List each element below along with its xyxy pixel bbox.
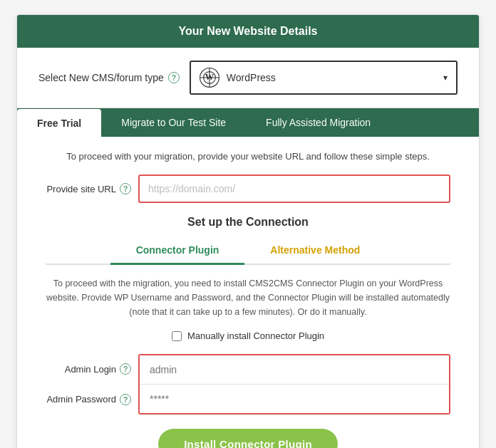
cms-help-icon[interactable]: ?: [168, 72, 180, 83]
credentials-wrapper: Admin Login ? Admin Password ?: [46, 354, 450, 415]
cms-select-label: Select New CMS/forum type ?: [38, 72, 180, 83]
wordpress-logo-icon: W: [200, 68, 219, 88]
admin-login-label: Admin Login ?: [46, 354, 138, 385]
site-url-row: Provide site URL ?: [46, 174, 450, 203]
tab-migrate-test[interactable]: Migrate to Our Test Site: [101, 108, 246, 137]
credentials-inputs: [138, 354, 450, 415]
tab-fully-assisted[interactable]: Fully Assisted Migration: [246, 108, 391, 137]
connection-title: Set up the Connection: [46, 216, 450, 229]
manually-install-checkbox[interactable]: [172, 331, 182, 341]
header-title: Your New Website Details: [178, 25, 317, 37]
site-url-help-icon[interactable]: ?: [120, 183, 131, 194]
instruction-text: To proceed with your migration, provide …: [46, 151, 450, 162]
sub-tab-alternative[interactable]: Alternative Method: [244, 237, 386, 265]
admin-password-help-icon[interactable]: ?: [120, 394, 131, 405]
cms-select-row: Select New CMS/forum type ? W WordPress …: [17, 48, 479, 108]
sub-tab-connector[interactable]: Connector Plugin: [110, 237, 245, 265]
svg-text:W: W: [205, 72, 215, 82]
admin-login-input[interactable]: [140, 355, 449, 385]
tab-free-trial[interactable]: Free Trial: [17, 109, 101, 137]
main-container: Your New Website Details Select New CMS/…: [16, 14, 480, 448]
main-content: To proceed with your migration, provide …: [17, 137, 479, 448]
admin-login-help-icon[interactable]: ?: [120, 363, 131, 375]
credentials-labels: Admin Login ? Admin Password ?: [46, 354, 138, 415]
cms-selected-name: WordPress: [227, 72, 276, 83]
sub-tabs: Connector Plugin Alternative Method: [46, 237, 450, 265]
chevron-down-icon: ▾: [443, 73, 448, 83]
install-connector-button[interactable]: Install Connector Plugin: [158, 429, 338, 448]
page-header: Your New Website Details: [17, 15, 479, 48]
manually-install-label[interactable]: Manually install Connector Plugin: [187, 330, 324, 341]
site-url-label: Provide site URL ?: [46, 183, 131, 194]
cms-dropdown-selected: W WordPress: [200, 68, 276, 88]
connector-description: To proceed with the migration, you need …: [46, 276, 450, 319]
manually-install-row: Manually install Connector Plugin: [46, 330, 450, 341]
admin-password-label: Admin Password ?: [46, 385, 138, 415]
site-url-input[interactable]: [138, 174, 450, 203]
tabs-bar: Free Trial Migrate to Our Test Site Full…: [17, 108, 479, 137]
cms-type-dropdown[interactable]: W WordPress ▾: [190, 61, 458, 95]
admin-password-input[interactable]: [140, 385, 449, 413]
